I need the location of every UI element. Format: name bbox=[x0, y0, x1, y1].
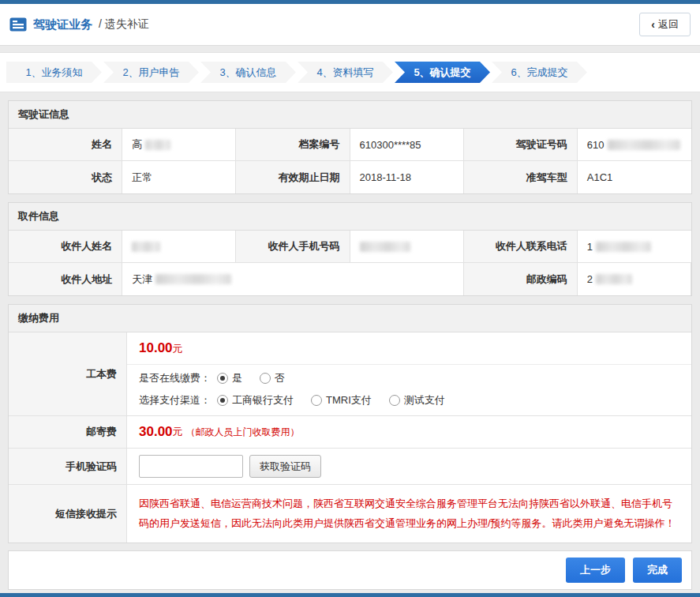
page-title: 驾驶证业务 bbox=[33, 17, 92, 32]
sms-tip-text: 因陕西省联通、电信运营商技术问题，陕西省互联网交通安全综合服务管理平台无法向持陕… bbox=[127, 485, 691, 543]
radio-selected-icon[interactable] bbox=[217, 373, 228, 384]
postal-code-label: 邮政编码 bbox=[464, 263, 578, 295]
status-value: 正常 bbox=[122, 161, 236, 193]
workfee-body: 10.00元 是否在线缴费： 是 否 选择支付渠道： bbox=[127, 332, 691, 415]
step-complete-submit[interactable]: 6、完成提交 bbox=[492, 62, 587, 83]
workfee-row: 工本费 10.00元 是否在线缴费： 是 否 选 bbox=[9, 332, 691, 416]
postal-code-value: 2 bbox=[578, 263, 691, 295]
back-label: 返回 bbox=[658, 17, 679, 32]
pay-channel-line: 选择支付渠道： 工商银行支付 TMRI支付 测试支付 bbox=[127, 387, 691, 415]
step-nav: 1、业务须知 2、用户申告 3、确认信息 4、资料填写 5、确认提交 6、完成提… bbox=[0, 52, 700, 92]
license-business-icon bbox=[9, 17, 27, 32]
online-pay-question-line: 是否在线缴费： 是 否 bbox=[127, 365, 691, 387]
sms-code-row: 手机验证码 获取验证码 bbox=[9, 449, 691, 485]
back-chevron-icon: ‹ bbox=[651, 18, 655, 31]
redacted-text bbox=[596, 274, 632, 284]
license-section-title: 驾驶证信息 bbox=[9, 101, 691, 129]
redacted-text bbox=[155, 274, 231, 284]
online-pay-no-option[interactable]: 否 bbox=[260, 371, 285, 385]
step-fill-materials[interactable]: 4、资料填写 bbox=[298, 62, 393, 83]
online-pay-yes-label: 是 bbox=[232, 371, 242, 385]
online-pay-yes-option[interactable]: 是 bbox=[217, 371, 242, 385]
redacted-text bbox=[596, 242, 651, 252]
online-pay-no-label: 否 bbox=[275, 371, 285, 385]
header: 驾驶证业务 / 遗失补证 ‹ 返回 bbox=[0, 4, 700, 46]
expiry-date-label: 有效期止日期 bbox=[236, 161, 350, 193]
page-subtitle: / 遗失补证 bbox=[99, 17, 149, 32]
license-number-value: 610 bbox=[578, 129, 691, 161]
workfee-amount-line: 10.00元 bbox=[127, 332, 691, 365]
pay-channel-question: 选择支付渠道： bbox=[139, 393, 211, 407]
channel-icbc-label: 工商银行支付 bbox=[232, 393, 294, 407]
pickup-section-title: 取件信息 bbox=[9, 203, 691, 231]
vehicle-class-label: 准驾车型 bbox=[464, 161, 578, 193]
workfee-unit: 元 bbox=[173, 343, 183, 355]
step-user-declaration[interactable]: 2、用户申告 bbox=[103, 62, 199, 83]
name-label: 姓名 bbox=[9, 129, 122, 161]
radio-unselected-icon[interactable] bbox=[389, 395, 400, 406]
finish-button[interactable]: 完成 bbox=[633, 558, 682, 583]
archive-number-label: 档案编号 bbox=[236, 129, 350, 161]
step-business-notice[interactable]: 1、业务须知 bbox=[6, 62, 102, 83]
radio-selected-icon[interactable] bbox=[217, 395, 228, 406]
recipient-mobile-label: 收件人手机号码 bbox=[236, 231, 350, 263]
page: 驾驶证业务 / 遗失补证 ‹ 返回 1、业务须知 2、用户申告 3、确认信息 4… bbox=[0, 0, 700, 597]
sms-tip-label: 短信接收提示 bbox=[9, 485, 127, 543]
spacer bbox=[0, 543, 700, 550]
expiry-date-value: 2018-11-18 bbox=[350, 161, 464, 193]
recipient-name-value bbox=[122, 231, 236, 263]
online-pay-question: 是否在线缴费： bbox=[139, 371, 211, 385]
mailfee-unit: 元 bbox=[173, 425, 183, 439]
sms-code-input[interactable] bbox=[139, 455, 243, 478]
previous-step-button[interactable]: 上一步 bbox=[566, 558, 625, 583]
recipient-mobile-value bbox=[350, 231, 464, 263]
recipient-address-label: 收件人地址 bbox=[9, 263, 122, 295]
channel-icbc-option[interactable]: 工商银行支付 bbox=[217, 393, 294, 407]
bottom-accent-bar bbox=[0, 593, 700, 597]
workfee-amount: 10.00 bbox=[139, 340, 173, 355]
recipient-name-label: 收件人姓名 bbox=[9, 231, 122, 263]
mailfee-label: 邮寄费 bbox=[9, 416, 127, 448]
channel-tmri-label: TMRI支付 bbox=[326, 393, 372, 407]
pickup-info-panel: 取件信息 收件人姓名 收件人手机号码 收件人联系电话 1 收件人地址 天津 邮政… bbox=[8, 202, 692, 296]
pickup-table: 收件人姓名 收件人手机号码 收件人联系电话 1 收件人地址 天津 邮政编码 2 bbox=[9, 231, 691, 295]
redacted-text bbox=[608, 140, 680, 150]
channel-test-label: 测试支付 bbox=[404, 393, 445, 407]
license-number-label: 驾驶证号码 bbox=[464, 129, 578, 161]
mailfee-row: 邮寄费 30.00元 （邮政人员上门收取费用） bbox=[9, 416, 691, 449]
redacted-text bbox=[132, 242, 160, 252]
footer-actions: 上一步 完成 bbox=[8, 550, 692, 590]
mailfee-note: （邮政人员上门收取费用） bbox=[186, 426, 300, 439]
back-button[interactable]: ‹ 返回 bbox=[639, 13, 691, 36]
radio-unselected-icon[interactable] bbox=[260, 373, 271, 384]
mailfee-body: 30.00元 （邮政人员上门收取费用） bbox=[127, 416, 691, 448]
recipient-phone-label: 收件人联系电话 bbox=[464, 231, 578, 263]
mailfee-amount: 30.00 bbox=[139, 424, 173, 440]
recipient-address-value: 天津 bbox=[122, 263, 464, 295]
workfee-label: 工本费 bbox=[9, 332, 127, 415]
redacted-text bbox=[145, 140, 170, 150]
sms-code-body: 获取验证码 bbox=[127, 449, 691, 484]
sms-tip-row: 短信接收提示 因陕西省联通、电信运营商技术问题，陕西省互联网交通安全综合服务管理… bbox=[9, 485, 691, 543]
step-confirm-submit[interactable]: 5、确认提交 bbox=[395, 62, 490, 83]
fees-panel: 缴纳费用 工本费 10.00元 是否在线缴费： 是 否 bbox=[8, 304, 692, 543]
status-label: 状态 bbox=[9, 161, 122, 193]
channel-tmri-option[interactable]: TMRI支付 bbox=[311, 393, 372, 407]
archive-number-value: 610300****85 bbox=[350, 129, 464, 161]
get-code-button[interactable]: 获取验证码 bbox=[249, 455, 321, 478]
vehicle-class-value: A1C1 bbox=[578, 161, 691, 193]
channel-test-option[interactable]: 测试支付 bbox=[389, 393, 445, 407]
step-confirm-info[interactable]: 3、确认信息 bbox=[200, 62, 296, 83]
radio-unselected-icon[interactable] bbox=[311, 395, 322, 406]
fees-section-title: 缴纳费用 bbox=[9, 305, 691, 332]
redacted-text bbox=[360, 242, 410, 252]
recipient-phone-value: 1 bbox=[578, 231, 691, 263]
sms-code-label: 手机验证码 bbox=[9, 449, 127, 484]
name-value: 高 bbox=[122, 129, 236, 161]
license-info-panel: 驾驶证信息 姓名 高 档案编号 610300****85 驾驶证号码 610 状… bbox=[8, 100, 692, 194]
license-table: 姓名 高 档案编号 610300****85 驾驶证号码 610 状态 正常 有… bbox=[9, 129, 691, 193]
